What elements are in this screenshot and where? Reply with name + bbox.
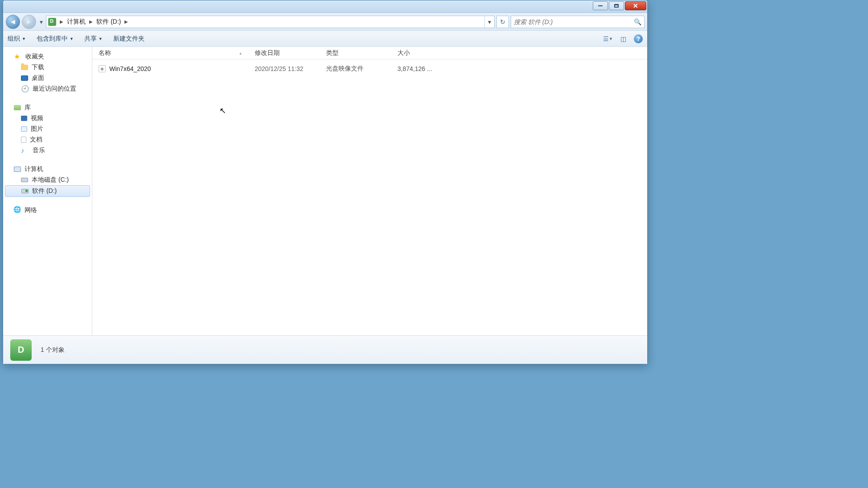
column-headers: 名称▴ 修改日期 类型 大小 — [92, 47, 647, 59]
column-header-size[interactable]: 大小 — [391, 47, 445, 59]
organize-menu[interactable]: 组织▼ — [8, 35, 26, 43]
video-icon — [21, 116, 27, 121]
sidebar-item-recent[interactable]: 🕘最近访问的位置 — [3, 83, 92, 94]
close-icon: ✕ — [633, 2, 638, 9]
file-row[interactable]: ◉Win7x64_2020 2020/12/25 11:32 光盘映像文件 3,… — [92, 62, 647, 75]
sidebar-item-label: 音乐 — [33, 146, 45, 154]
view-mode-button[interactable]: ☰ ▼ — [603, 35, 612, 43]
search-input[interactable] — [514, 18, 634, 25]
breadcrumb-current[interactable]: 软件 (D:) — [96, 18, 121, 26]
refresh-button[interactable]: ↻ — [496, 16, 509, 28]
iso-file-icon: ◉ — [99, 65, 106, 72]
music-icon: ♪ — [21, 147, 29, 154]
title-bar: ✕ — [3, 0, 647, 13]
breadcrumb-root[interactable]: 计算机 — [67, 18, 86, 26]
sidebar-item-label: 图片 — [31, 125, 43, 133]
recent-icon: 🕘 — [21, 85, 29, 92]
minimize-icon — [598, 5, 603, 6]
sidebar-item-label: 视频 — [31, 114, 43, 122]
col-date-label: 修改日期 — [255, 49, 280, 57]
search-icon: 🔍 — [634, 18, 641, 25]
sidebar-item-label: 本地磁盘 (C:) — [32, 176, 69, 184]
file-type: 光盘映像文件 — [320, 65, 391, 73]
minimize-button[interactable] — [593, 1, 608, 10]
sidebar-item-desktop[interactable]: 桌面 — [3, 73, 92, 83]
newfolder-label: 新建文件夹 — [113, 35, 145, 43]
computer-label: 计算机 — [25, 165, 43, 173]
drive-icon — [21, 178, 28, 182]
sidebar-group-network: 网络 — [3, 205, 92, 216]
sidebar-head-computer[interactable]: 计算机 — [3, 164, 92, 175]
file-size: 3,874,126 ... — [391, 65, 445, 72]
organize-label: 组织 — [8, 35, 20, 43]
library-icon — [14, 105, 21, 110]
forward-button[interactable]: ► — [22, 15, 36, 29]
include-menu[interactable]: 包含到库中▼ — [37, 35, 74, 43]
favorites-label: 收藏夹 — [25, 53, 44, 61]
chevron-down-icon: ▼ — [99, 37, 103, 41]
sidebar-item-drive-c[interactable]: 本地磁盘 (C:) — [3, 175, 92, 185]
file-name: Win7x64_2020 — [109, 65, 151, 72]
sidebar-item-pictures[interactable]: 图片 — [3, 124, 92, 134]
help-icon: ? — [637, 35, 641, 42]
content-pane: 名称▴ 修改日期 类型 大小 ◉Win7x64_2020 2020/12/25 … — [92, 47, 647, 335]
drive-large-icon: D — [10, 339, 32, 361]
chevron-right-icon: ▶ — [123, 19, 130, 24]
explorer-window: ✕ ◄ ► ▾ ▶ 计算机 ▶ 软件 (D:) ▶ ▾ ↻ 🔍 组织▼ 包含到库… — [3, 0, 648, 364]
chevron-down-icon: ▼ — [70, 37, 74, 41]
column-header-type[interactable]: 类型 — [320, 47, 391, 59]
newfolder-button[interactable]: 新建文件夹 — [113, 35, 145, 43]
maximize-icon — [614, 4, 619, 8]
sidebar-item-downloads[interactable]: 下载 — [3, 62, 92, 73]
col-type-label: 类型 — [326, 49, 339, 57]
sort-asc-icon: ▴ — [240, 51, 242, 55]
preview-pane-button[interactable]: ◫ — [619, 35, 628, 43]
sidebar: ★收藏夹 下载 桌面 🕘最近访问的位置 库 视频 图片 文档 ♪音乐 计算机 本… — [3, 47, 92, 335]
column-header-date[interactable]: 修改日期 — [248, 47, 320, 59]
column-header-name[interactable]: 名称▴ — [92, 47, 248, 59]
sidebar-head-network[interactable]: 网络 — [3, 205, 92, 216]
chevron-right-icon: ▶ — [58, 19, 65, 24]
col-name-label: 名称 — [99, 49, 111, 57]
sidebar-group-libraries: 库 视频 图片 文档 ♪音乐 — [3, 102, 92, 156]
help-button[interactable]: ? — [634, 34, 643, 43]
status-text: 1 个对象 — [41, 346, 65, 354]
sidebar-item-drive-d[interactable]: 软件 (D:) — [5, 185, 90, 197]
file-date: 2020/12/25 11:32 — [248, 65, 320, 72]
libraries-label: 库 — [25, 104, 31, 112]
close-button[interactable]: ✕ — [625, 1, 646, 10]
maximize-button[interactable] — [609, 1, 624, 10]
desktop-icon — [21, 75, 28, 81]
share-label: 共享 — [84, 35, 97, 43]
back-button[interactable]: ◄ — [6, 15, 20, 29]
breadcrumb[interactable]: ▶ 计算机 ▶ 软件 (D:) ▶ ▾ — [46, 16, 495, 28]
search-box[interactable]: 🔍 — [511, 16, 645, 28]
sidebar-item-videos[interactable]: 视频 — [3, 113, 92, 124]
drive-icon — [48, 18, 56, 26]
picture-icon — [21, 126, 27, 132]
sidebar-item-label: 最近访问的位置 — [33, 85, 76, 93]
breadcrumb-dropdown[interactable]: ▾ — [484, 16, 494, 28]
folder-icon — [21, 65, 28, 70]
sidebar-item-documents[interactable]: 文档 — [3, 134, 92, 145]
sidebar-head-libraries[interactable]: 库 — [3, 102, 92, 113]
document-icon — [21, 137, 26, 143]
sidebar-head-favorites[interactable]: ★收藏夹 — [3, 51, 92, 62]
chevron-right-icon: ▶ — [87, 19, 95, 24]
star-icon: ★ — [14, 53, 22, 60]
network-label: 网络 — [25, 206, 37, 214]
sidebar-group-computer: 计算机 本地磁盘 (C:) 软件 (D:) — [3, 164, 92, 197]
network-icon — [14, 207, 21, 213]
file-list[interactable]: ◉Win7x64_2020 2020/12/25 11:32 光盘映像文件 3,… — [92, 59, 647, 335]
chevron-down-icon: ▼ — [22, 37, 26, 41]
status-bar: D 1 个对象 — [3, 335, 647, 364]
sidebar-item-music[interactable]: ♪音乐 — [3, 145, 92, 156]
sidebar-item-label: 下载 — [32, 63, 44, 71]
history-dropdown[interactable]: ▾ — [38, 19, 44, 25]
col-size-label: 大小 — [397, 49, 410, 57]
include-label: 包含到库中 — [37, 35, 68, 43]
sidebar-item-label: 桌面 — [32, 74, 44, 82]
share-menu[interactable]: 共享▼ — [84, 35, 103, 43]
computer-icon — [14, 167, 21, 172]
drive-icon — [21, 189, 29, 193]
